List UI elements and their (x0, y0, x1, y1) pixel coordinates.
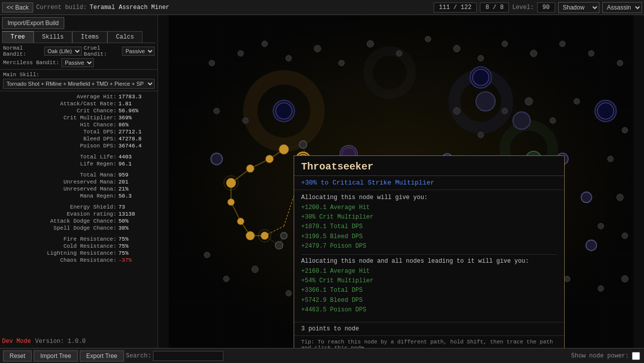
hit-chance-value: 86% (118, 122, 154, 128)
main-skill-select[interactable]: Tornado Shot + RMine + Minefield + TMD +… (3, 79, 155, 89)
points-display: 111 / 122 (434, 3, 477, 13)
svg-point-85 (453, 108, 460, 114)
main-skill-section: Main Skill: Tornado Shot + RMine + Minef… (0, 70, 158, 91)
tree-area[interactable]: S (158, 15, 644, 348)
tooltip-title: Throatseeker (294, 156, 564, 176)
show-power-label: Show node power: (571, 352, 629, 359)
evasion-value: 13138 (118, 211, 154, 217)
svg-point-124 (595, 100, 616, 121)
tab-items[interactable]: Items (72, 31, 107, 43)
stats-section: Average Hit: 17783.3 Attack/Cast Rate: 1… (0, 91, 158, 363)
search-input[interactable] (153, 351, 223, 361)
svg-point-111 (622, 233, 627, 238)
poison-dps-value: 36746.4 (118, 143, 154, 149)
back-button[interactable]: << Back (2, 3, 33, 13)
bleed-dps-label: Bleed DPS: (4, 136, 118, 142)
cold-res-row: Cold Resistance: 75% (4, 243, 154, 250)
normal-bandit-select[interactable]: Oak (Life) Passive Kill All (44, 47, 82, 56)
poison-dps-row: Poison DPS: 36746.4 (4, 142, 154, 149)
cruel-bandit-select[interactable]: Passive Oak Kraityn (122, 47, 155, 56)
average-hit-row: Average Hit: 17783.3 (4, 93, 154, 100)
svg-line-21 (240, 221, 250, 236)
build-stats: 111 / 122 8 / 8 Level: 90 Shadow Maraude… (434, 2, 642, 13)
merciless-bandit-row: Merciless Bandit: Passive Oak Alira (3, 58, 155, 67)
crit-chance-label: Crit Chance: (4, 108, 118, 114)
ascendancy-select[interactable]: Assassin Saboteur Trickster (602, 2, 642, 13)
tooltip-tip: Tip: To reach this node by a different p… (294, 335, 564, 348)
top-bar: << Back Current build: Teramal Assreach … (0, 0, 644, 15)
crit-multiplier-label: Crit Multiplier: (4, 115, 118, 121)
svg-line-16 (231, 168, 250, 183)
svg-point-107 (621, 276, 628, 282)
import-export-button[interactable]: Import/Export Build (2, 17, 64, 29)
bleed-dps-value: 47278.8 (118, 136, 154, 142)
chaos-res-label: Chaos Resistance: (4, 257, 118, 263)
svg-point-80 (560, 41, 565, 47)
node-stat-item: +1200.1 Average Hit (301, 203, 557, 213)
unreserved-mana-row: Unreserved Mana: 201 (4, 178, 154, 186)
spacer-1 (4, 149, 154, 153)
energy-shield-label: Energy Shield: (4, 204, 118, 210)
unreserved-mana-pct-label: Unreserved Mana: (4, 186, 118, 192)
tab-skills[interactable]: Skills (34, 31, 72, 43)
node-stat-item: +2479.7 Poison DPS (301, 242, 557, 251)
svg-point-77 (478, 55, 483, 61)
total-dps-label: Total DPS: (4, 129, 118, 135)
tab-calcs[interactable]: Calcs (107, 31, 143, 43)
current-build-label: Current build: (36, 4, 87, 11)
svg-point-37 (279, 144, 289, 154)
all-stats: +2160.1 Average Hit+54% Crit Multiplier+… (301, 267, 557, 315)
svg-point-71 (314, 45, 321, 52)
spacer-3 (4, 200, 154, 204)
class-select[interactable]: Shadow Marauder Ranger Witch Duelist Tem… (558, 2, 599, 13)
node-stats: +1200.1 Average Hit+30% Crit Multiplier+… (301, 203, 557, 251)
total-mana-row: Total Mana: 959 (4, 171, 154, 178)
spell-dodge-label: Spell Dodge Chance: (4, 225, 118, 231)
svg-point-123 (473, 69, 489, 86)
attack-dodge-value: 50% (118, 218, 154, 224)
svg-point-70 (286, 55, 291, 61)
show-power-checkbox[interactable] (631, 352, 641, 360)
svg-point-32 (368, 51, 411, 94)
tabs: Tree Skills Items Calcs (2, 31, 156, 43)
merciless-bandit-select[interactable]: Passive Oak Alira (61, 58, 94, 67)
total-dps-value: 27712.1 (118, 129, 154, 135)
chaos-res-value: -37% (118, 257, 154, 263)
svg-point-67 (209, 60, 214, 66)
svg-point-82 (617, 60, 623, 66)
tab-tree[interactable]: Tree (2, 31, 34, 43)
bandit-section: Normal Bandit: Oak (Life) Passive Kill A… (0, 43, 158, 70)
svg-point-121 (276, 103, 292, 119)
unreserved-mana-label: Unreserved Mana: (4, 179, 118, 185)
average-hit-value: 17783.3 (118, 94, 154, 100)
svg-point-89 (550, 118, 556, 123)
attack-cast-rate-row: Attack/Cast Rate: 1.81 (4, 100, 154, 107)
poison-dps-label: Poison DPS: (4, 143, 118, 149)
svg-point-109 (617, 194, 623, 201)
svg-line-17 (250, 159, 270, 168)
total-mana-value: 959 (118, 172, 154, 178)
svg-point-78 (502, 41, 507, 47)
energy-shield-value: 73 (118, 204, 154, 210)
svg-point-106 (598, 286, 603, 291)
mana-regen-row: Mana Regen: 50.3 (4, 193, 154, 200)
import-tree-button[interactable]: Import Tree (34, 350, 77, 361)
fire-res-row: Fire Resistance: 75% (4, 236, 154, 243)
unreserved-mana-value: 201 (118, 179, 154, 185)
svg-point-39 (237, 218, 244, 225)
svg-point-91 (597, 108, 604, 114)
total-life-row: Total Life: 4403 (4, 153, 154, 160)
svg-line-18 (270, 149, 284, 159)
mana-regen-label: Mana Regen: (4, 193, 118, 199)
svg-point-105 (564, 276, 570, 281)
lightning-res-row: Lightning Resistance: 75% (4, 250, 154, 257)
spell-dodge-value: 38% (118, 225, 154, 231)
svg-point-83 (214, 108, 219, 114)
all-stat-item: +2160.1 Average Hit (301, 267, 557, 276)
normal-bandit-label: Normal Bandit: (3, 45, 42, 57)
reset-button[interactable]: Reset (3, 350, 32, 361)
svg-point-75 (425, 36, 431, 42)
export-tree-button[interactable]: Export Tree (80, 350, 124, 361)
svg-point-86 (478, 132, 483, 137)
crit-multiplier-row: Crit Multiplier: 369% (4, 114, 154, 121)
